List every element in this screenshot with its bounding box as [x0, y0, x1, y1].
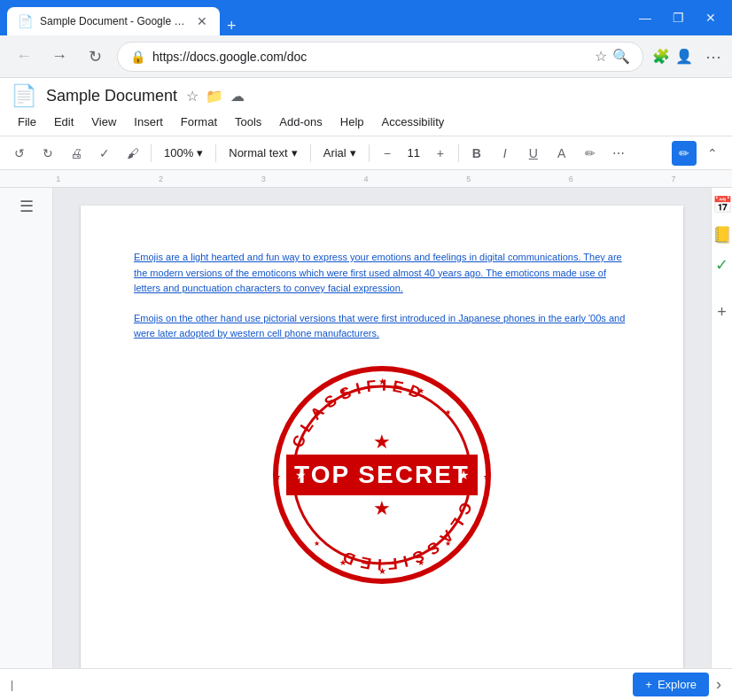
menu-format[interactable]: Format	[174, 112, 224, 132]
back-button[interactable]: ←	[11, 43, 37, 70]
menu-help[interactable]: Help	[333, 112, 371, 132]
refresh-button[interactable]: ↻	[82, 43, 108, 70]
print-button[interactable]: 🖨	[64, 141, 89, 166]
lock-icon: 🔒	[130, 50, 145, 64]
editing-mode-button[interactable]: ✏	[672, 141, 697, 166]
left-panel: ☰	[0, 188, 53, 668]
restore-button[interactable]: ❐	[664, 7, 693, 28]
forward-icon: →	[51, 47, 67, 66]
outline-icon[interactable]: ☰	[19, 197, 34, 216]
new-tab-button[interactable]: +	[227, 17, 237, 35]
svg-text:★: ★	[274, 472, 281, 481]
font-value: Arial	[323, 146, 347, 159]
paragraph-1: Emojis are a light hearted and fun way t…	[134, 250, 630, 297]
menu-view[interactable]: View	[84, 112, 123, 132]
font-size-increase-button[interactable]: +	[428, 141, 453, 166]
zoom-chevron-icon: ▾	[197, 146, 203, 159]
font-chevron-icon: ▾	[350, 146, 356, 159]
stamp-svg: ★ ★ ★ ★ ★ ★ ★ ★ ★ ★ ★	[267, 360, 497, 590]
tab-title: Sample Document - Google Doc	[40, 15, 188, 27]
docs-header-icons: ☆ 📁 ☁	[186, 88, 245, 105]
font-size-decrease-button[interactable]: −	[375, 141, 400, 166]
font-dropdown[interactable]: Arial ▾	[316, 144, 363, 161]
undo-button[interactable]: ↺	[7, 141, 32, 166]
ruler: 1 2 3 4 5 6 7	[0, 170, 732, 188]
lens-icon[interactable]: 🔍	[612, 48, 630, 65]
doc-area[interactable]: Emojis are a light hearted and fun way t…	[53, 188, 711, 668]
paragraph-2: Emojis on the other hand use pictorial v…	[134, 311, 630, 342]
zoom-dropdown[interactable]: 100% ▾	[157, 144, 210, 161]
bold-button[interactable]: B	[464, 141, 489, 166]
ruler-marks: 1 2 3 4 5 6 7	[7, 175, 725, 183]
svg-text:★: ★	[373, 431, 391, 453]
docs-logo-icon: 📄	[11, 83, 37, 108]
close-button[interactable]: ✕	[697, 7, 725, 28]
paint-format-button[interactable]: 🖌	[121, 141, 145, 166]
menu-insert[interactable]: Insert	[127, 112, 170, 132]
bottom-right: + Explore ›	[633, 673, 721, 696]
zoom-value: 100%	[164, 146, 193, 159]
docs-header: 📄 Sample Document ☆ 📁 ☁ File Edit View I…	[0, 78, 732, 136]
menu-tools[interactable]: Tools	[228, 112, 269, 132]
minimize-button[interactable]: —	[630, 7, 660, 28]
back-icon: ←	[16, 47, 32, 66]
right-sidebar: 📅 📒 ✓ +	[711, 188, 732, 668]
content-area: ☰ Emojis are a light hearted and fun way…	[0, 188, 732, 668]
docs-tab-icon: 📄	[18, 14, 33, 28]
divider-2	[215, 144, 216, 162]
menu-file[interactable]: File	[11, 112, 43, 132]
browser-window: 📄 Sample Document - Google Doc ✕ + — ❐ ✕…	[0, 0, 732, 700]
bottom-bar: | + Explore ›	[0, 668, 732, 700]
style-value: Normal text	[229, 146, 287, 159]
menu-edit[interactable]: Edit	[47, 112, 81, 132]
folder-icon[interactable]: 📁	[206, 88, 223, 105]
svg-text:★: ★	[483, 472, 490, 481]
doc-page: Emojis are a light hearted and fun way t…	[81, 206, 683, 668]
highlight-button[interactable]: ✏	[578, 141, 603, 166]
active-tab[interactable]: 📄 Sample Document - Google Doc ✕	[7, 7, 220, 35]
next-page-button[interactable]: ›	[716, 675, 721, 694]
style-dropdown[interactable]: Normal text ▾	[222, 144, 304, 161]
more-format-button[interactable]: ⋯	[606, 141, 631, 166]
explore-plus-icon: +	[645, 678, 652, 691]
text-color-button[interactable]: A	[549, 141, 574, 166]
refresh-icon: ↻	[89, 47, 102, 66]
cursor-position: |	[11, 679, 13, 691]
profile-icon[interactable]: 👤	[675, 48, 693, 65]
stamp-container: ★ ★ ★ ★ ★ ★ ★ ★ ★ ★ ★	[134, 360, 630, 590]
menu-accessibility[interactable]: Accessibility	[375, 112, 452, 132]
italic-button[interactable]: I	[493, 141, 518, 166]
classified-stamp: ★ ★ ★ ★ ★ ★ ★ ★ ★ ★ ★	[267, 360, 497, 590]
divider-4	[369, 144, 370, 162]
address-bar-input[interactable]: 🔒 https://docs.google.com/doc ☆ 🔍	[117, 42, 643, 72]
forward-button[interactable]: →	[46, 43, 73, 70]
calendar-icon[interactable]: 📅	[713, 195, 732, 214]
tab-area: 📄 Sample Document - Google Doc ✕ +	[7, 0, 625, 35]
docs-menu-bar: File Edit View Insert Format Tools Add-o…	[11, 112, 721, 136]
spell-check-button[interactable]: ✓	[92, 141, 117, 166]
window-controls: — ❐ ✕	[630, 7, 725, 28]
svg-text:★: ★	[295, 468, 307, 482]
tab-close-button[interactable]: ✕	[195, 14, 209, 28]
collapse-toolbar-button[interactable]: ⌃	[700, 141, 725, 166]
extensions-icon[interactable]: 🧩	[652, 48, 670, 65]
underline-button[interactable]: U	[521, 141, 546, 166]
svg-text:★: ★	[373, 497, 391, 519]
cloud-icon[interactable]: ☁	[230, 88, 245, 105]
svg-text:★: ★	[458, 468, 470, 482]
tasks-icon[interactable]: ✓	[715, 255, 728, 275]
svg-text:★: ★	[314, 540, 320, 548]
text-color-icon: A	[557, 146, 565, 160]
redo-button[interactable]: ↻	[35, 141, 60, 166]
bottom-left: |	[11, 679, 13, 691]
star-doc-icon[interactable]: ☆	[186, 88, 199, 105]
explore-button[interactable]: + Explore	[633, 673, 709, 696]
keep-icon[interactable]: 📒	[713, 225, 732, 245]
svg-text:CLASSIFIED: CLASSIFIED	[336, 500, 476, 573]
browser-more-button[interactable]: ⋯	[705, 47, 721, 66]
svg-text:CLASSIFIED: CLASSIFIED	[289, 377, 429, 450]
menu-addons[interactable]: Add-ons	[272, 112, 329, 132]
add-sidebar-icon[interactable]: +	[717, 303, 727, 322]
star-icon[interactable]: ☆	[595, 48, 607, 65]
font-size-value: 11	[403, 146, 424, 159]
